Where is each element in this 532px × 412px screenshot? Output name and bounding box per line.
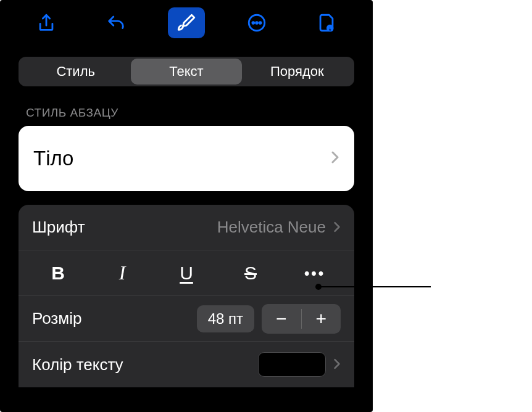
svg-point-5 xyxy=(329,27,331,29)
tab-segmented-control: Стиль Текст Порядок xyxy=(19,57,354,86)
tab-arrange[interactable]: Порядок xyxy=(242,59,352,84)
size-row: Розмір 48 пт − + xyxy=(19,296,354,342)
more-text-options-button[interactable]: ••• xyxy=(283,250,347,295)
svg-point-1 xyxy=(252,22,254,24)
italic-button[interactable]: I xyxy=(90,250,154,295)
chevron-right-icon xyxy=(331,149,339,168)
color-swatch[interactable] xyxy=(258,352,326,377)
chevron-right-icon xyxy=(333,355,341,374)
font-section: Шрифт Helvetica Neue B I U S ••• Розмір … xyxy=(19,205,354,387)
size-value[interactable]: 48 пт xyxy=(197,305,254,332)
svg-point-3 xyxy=(259,22,261,24)
document-button[interactable] xyxy=(308,7,345,38)
font-label: Шрифт xyxy=(32,218,217,237)
tab-text[interactable]: Текст xyxy=(131,59,241,84)
document-icon xyxy=(316,12,337,33)
strikethrough-button[interactable]: S xyxy=(218,250,283,295)
paragraph-style-label: СТИЛЬ АБЗАЦУ xyxy=(26,106,347,120)
undo-icon xyxy=(106,12,127,33)
tab-style[interactable]: Стиль xyxy=(20,59,131,84)
more-icon xyxy=(246,12,267,33)
format-button[interactable] xyxy=(168,7,205,38)
format-buttons-row: B I U S ••• xyxy=(19,250,354,296)
bold-button[interactable]: B xyxy=(26,250,90,295)
size-label: Розмір xyxy=(32,309,197,328)
font-name: Helvetica Neue xyxy=(217,218,326,237)
underline-button[interactable]: U xyxy=(154,250,218,295)
text-color-row[interactable]: Колір тексту xyxy=(19,342,354,387)
share-button[interactable] xyxy=(28,7,65,38)
format-panel: Стиль Текст Порядок СТИЛЬ АБЗАЦУ Тіло Шр… xyxy=(0,0,373,412)
callout-line xyxy=(318,286,431,287)
brush-icon xyxy=(176,12,197,33)
size-stepper: − + xyxy=(262,304,341,334)
paragraph-style-selector[interactable]: Тіло xyxy=(19,126,354,191)
chevron-right-icon xyxy=(333,218,341,237)
share-icon xyxy=(36,12,57,33)
text-color-label: Колір тексту xyxy=(32,355,258,374)
size-increase-button[interactable]: + xyxy=(302,304,341,334)
more-button[interactable] xyxy=(238,7,275,38)
font-row[interactable]: Шрифт Helvetica Neue xyxy=(19,205,354,250)
undo-button[interactable] xyxy=(98,7,135,38)
svg-point-2 xyxy=(256,22,257,24)
paragraph-style-value: Тіло xyxy=(33,147,73,170)
top-toolbar xyxy=(0,0,373,46)
size-decrease-button[interactable]: − xyxy=(262,304,301,334)
